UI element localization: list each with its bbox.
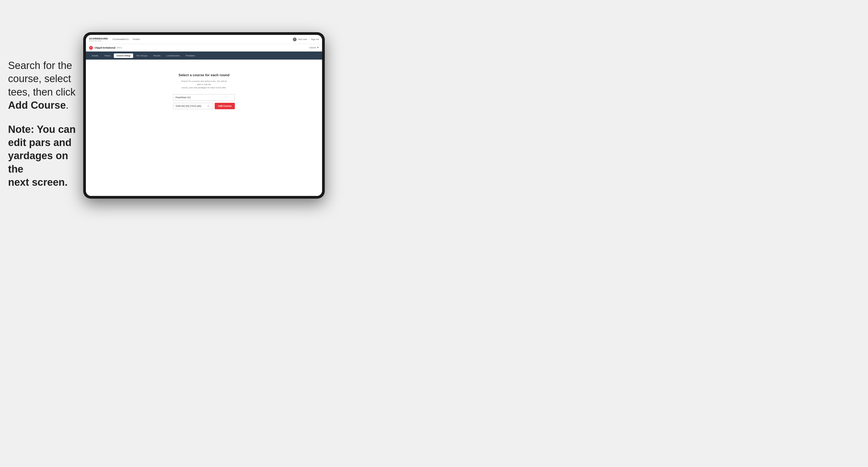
annotation-line1: Search for the — [8, 60, 72, 71]
annotation-note-line1: Note: You can — [8, 124, 76, 135]
tee-value-label: Gold (M) (M) (7010 yds) — [176, 105, 201, 107]
desc-line2: course, pars and yardages for each round… — [181, 86, 227, 89]
tab-tee-groups[interactable]: Tee Groups — [134, 54, 150, 58]
brand-logo: SCOREBOARD Powered by clippd — [89, 37, 108, 41]
cancel-button[interactable]: Cancel ✕ — [309, 46, 319, 49]
annotation-period: . — [66, 100, 69, 111]
nav-tournaments[interactable]: TOURNAMENTS — [112, 38, 129, 40]
tournament-header: C Clippd Invitational (Men) Cancel ✕ — [86, 44, 322, 52]
tee-select-icons: ✕ ⌄ — [207, 105, 212, 107]
annotation-note: Note: You can edit pars and yardages on … — [8, 123, 86, 189]
content-title: Select a course for each round — [179, 73, 229, 77]
tournament-subtitle: (Men) — [117, 46, 122, 49]
annotation-bold: Add Course — [8, 100, 66, 111]
tab-results[interactable]: Results — [151, 54, 163, 58]
desc-line1: Search for a course and select a tee. Yo… — [181, 80, 227, 86]
tablet-device: SCOREBOARD Powered by clippd TOURNAMENTS… — [83, 32, 325, 198]
annotation-note-line3: yardages on the — [8, 150, 68, 175]
navbar: SCOREBOARD Powered by clippd TOURNAMENTS… — [86, 35, 322, 44]
separator: | — [309, 38, 309, 40]
annotation-area: Search for the course, select tees, then… — [8, 59, 86, 189]
tee-select-wrapper[interactable]: Gold (M) (M) (7010 yds) ✕ ⌄ — [173, 103, 213, 109]
main-content: Select a course for each round Search fo… — [86, 60, 322, 196]
cancel-x-icon: ✕ — [317, 46, 319, 49]
content-desc: Search for a course and select a tee. Yo… — [180, 80, 228, 89]
annotation-note-line2: edit pars and — [8, 137, 72, 148]
annotation-line3: tees, then click — [8, 86, 75, 98]
cancel-label: Cancel — [309, 46, 316, 49]
nav-teams[interactable]: TEAMS — [132, 38, 140, 40]
tee-select-row: Gold (M) (M) (7010 yds) ✕ ⌄ Add Course — [173, 103, 235, 109]
tablet-screen: SCOREBOARD Powered by clippd TOURNAMENTS… — [86, 35, 322, 196]
annotation-line2: course, select — [8, 73, 71, 84]
tab-course-setup[interactable]: Course Setup — [114, 54, 133, 58]
tee-clear-icon[interactable]: ✕ — [207, 105, 209, 107]
tab-bar: Details Teams Course Setup Tee Groups Re… — [86, 52, 322, 60]
tab-details[interactable]: Details — [89, 54, 101, 58]
tab-teams[interactable]: Teams — [101, 54, 113, 58]
brand-sub: Powered by clippd — [89, 40, 108, 41]
tab-leaderboards[interactable]: Leaderboards — [164, 54, 182, 58]
tee-chevron-icon: ⌄ — [210, 105, 212, 107]
user-avatar: T — [293, 38, 297, 41]
annotation-note-line4: next screen. — [8, 177, 68, 188]
user-name: Test User — [298, 38, 307, 40]
add-course-button[interactable]: Add Course — [215, 103, 235, 109]
navbar-right: T Test User | Sign out — [293, 38, 319, 41]
nav-links: TOURNAMENTS TEAMS — [112, 38, 140, 40]
brand-name: SCOREBOARD — [89, 37, 108, 40]
tab-printables[interactable]: Printables — [183, 54, 198, 58]
course-search-input[interactable] — [173, 94, 235, 101]
sign-out-link[interactable]: Sign out — [311, 38, 319, 40]
tournament-title: Clippd Invitational — [94, 46, 116, 49]
tournament-icon: C — [89, 46, 93, 50]
annotation-text: Search for the course, select tees, then… — [8, 59, 86, 112]
